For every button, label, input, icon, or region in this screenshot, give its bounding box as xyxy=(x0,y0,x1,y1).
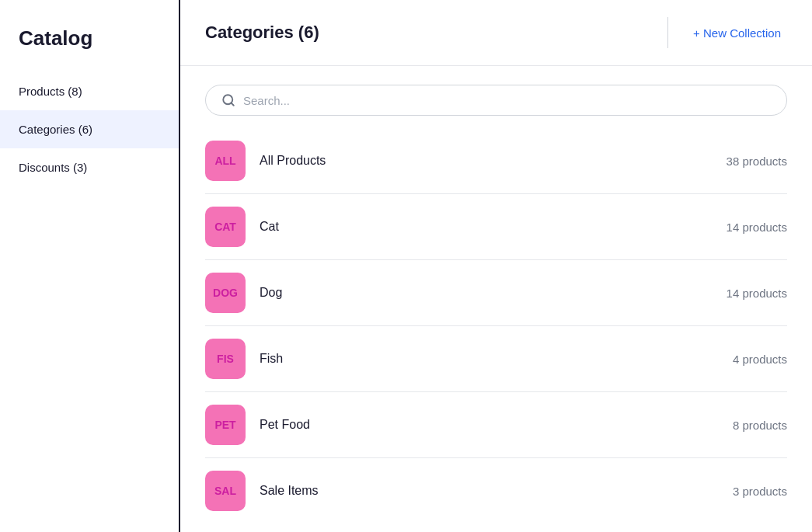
category-count: 14 products xyxy=(727,287,787,300)
category-name: Pet Food xyxy=(260,418,733,432)
main-header: Categories (6) + New Collection xyxy=(180,0,812,66)
search-icon xyxy=(221,93,235,107)
list-item[interactable]: SAL Sale Items 3 products xyxy=(205,458,787,523)
sidebar: Catalog Products (8) Categories (6) Disc… xyxy=(0,0,180,532)
main-content: Categories (6) + New Collection ALL All … xyxy=(180,0,812,532)
category-name: Dog xyxy=(260,286,727,300)
list-item[interactable]: DOG Dog 14 products xyxy=(205,260,787,326)
sidebar-item-products[interactable]: Products (8) xyxy=(0,72,179,110)
new-collection-button[interactable]: + New Collection xyxy=(687,23,787,43)
category-list: ALL All Products 38 products CAT Cat 14 … xyxy=(180,128,812,532)
category-badge: PET xyxy=(205,405,246,445)
category-badge: CAT xyxy=(205,207,246,247)
search-container xyxy=(180,66,812,128)
category-name: Sale Items xyxy=(260,484,733,498)
search-input[interactable] xyxy=(243,94,771,107)
search-wrapper xyxy=(205,85,787,116)
category-count: 8 products xyxy=(733,419,787,432)
list-item[interactable]: FIS Fish 4 products xyxy=(205,326,787,392)
svg-line-1 xyxy=(231,103,233,105)
category-badge: DOG xyxy=(205,273,246,313)
sidebar-item-categories[interactable]: Categories (6) xyxy=(0,110,179,148)
app-title: Catalog xyxy=(0,16,179,72)
page-title: Categories (6) xyxy=(205,23,319,43)
category-count: 14 products xyxy=(727,221,787,234)
list-item[interactable]: PET Pet Food 8 products xyxy=(205,392,787,458)
category-name: Cat xyxy=(260,220,727,234)
category-badge: ALL xyxy=(205,141,246,181)
category-name: Fish xyxy=(260,352,733,366)
header-right: + New Collection xyxy=(667,17,787,48)
list-item[interactable]: ALL All Products 38 products xyxy=(205,128,787,194)
category-badge: FIS xyxy=(205,339,246,379)
category-count: 3 products xyxy=(733,485,787,498)
sidebar-item-discounts[interactable]: Discounts (3) xyxy=(0,148,179,186)
category-count: 4 products xyxy=(733,353,787,366)
category-name: All Products xyxy=(260,154,727,168)
list-item[interactable]: CAT Cat 14 products xyxy=(205,194,787,260)
category-badge: SAL xyxy=(205,471,246,511)
category-count: 38 products xyxy=(727,155,787,168)
header-divider xyxy=(667,17,668,48)
